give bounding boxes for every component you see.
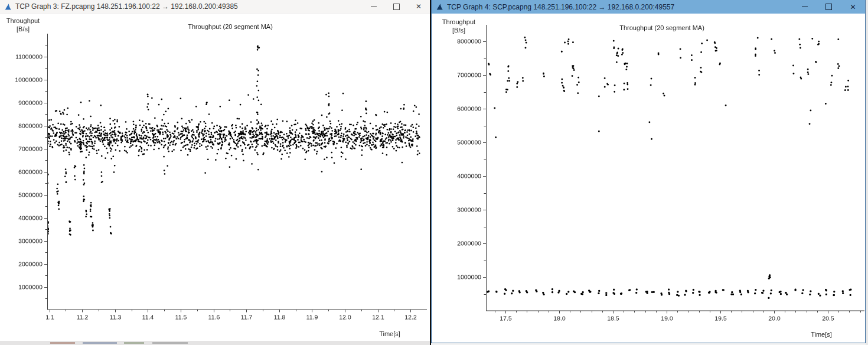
throughput-chart-canvas-scp[interactable] <box>432 0 865 342</box>
maximize-button[interactable] <box>817 0 841 14</box>
window-controls: ✕ <box>363 0 430 13</box>
background-app-sliver <box>0 341 430 345</box>
titlebar-tcp-graph-4[interactable]: TCP Graph 4: SCP.pcapng 148.251.196.100:… <box>432 0 865 14</box>
close-button[interactable]: ✕ <box>841 0 865 14</box>
sliver-mark <box>152 342 188 344</box>
wireshark-icon <box>436 3 443 11</box>
sliver-mark <box>50 342 75 344</box>
background-right-edge <box>866 0 868 345</box>
minimize-icon <box>802 6 808 7</box>
x-axis-label: Time[s] <box>365 330 415 337</box>
wireshark-icon <box>4 3 12 11</box>
window-tcp-graph-3: TCP Graph 3: FZ.pcapng 148.251.196.100:2… <box>0 0 430 341</box>
throughput-chart-canvas-fz[interactable] <box>0 0 430 341</box>
chart-title: Throughput (20 segment MA) <box>47 23 413 30</box>
y-axis-label: Throughput [B/s] <box>4 17 43 33</box>
sliver-mark <box>83 342 117 344</box>
y-axis-label-line2: [B/s] <box>4 25 43 33</box>
minimize-button[interactable] <box>363 0 385 13</box>
sliver-mark <box>124 342 144 344</box>
maximize-icon <box>825 4 832 10</box>
window-title: TCP Graph 4: SCP.pcapng 148.251.196.100:… <box>447 3 674 11</box>
maximize-icon <box>393 4 400 10</box>
window-title: TCP Graph 3: FZ.pcapng 148.251.196.100:2… <box>15 2 238 11</box>
minimize-icon <box>371 6 377 7</box>
close-button[interactable]: ✕ <box>407 0 430 13</box>
x-axis-label: Time[s] <box>797 331 846 338</box>
maximize-button[interactable] <box>385 0 407 13</box>
y-axis-label-line2: [B/s] <box>439 26 478 34</box>
y-axis-label-line1: Throughput <box>439 18 478 26</box>
window-controls: ✕ <box>792 0 865 14</box>
minimize-button[interactable] <box>792 0 817 14</box>
y-axis-label-line1: Throughput <box>4 17 43 25</box>
chart-title: Throughput (20 segment MA) <box>486 24 838 31</box>
y-axis-label: Throughput [B/s] <box>439 18 478 34</box>
titlebar-tcp-graph-3[interactable]: TCP Graph 3: FZ.pcapng 148.251.196.100:2… <box>0 0 430 14</box>
window-tcp-graph-4: TCP Graph 4: SCP.pcapng 148.251.196.100:… <box>431 0 866 343</box>
